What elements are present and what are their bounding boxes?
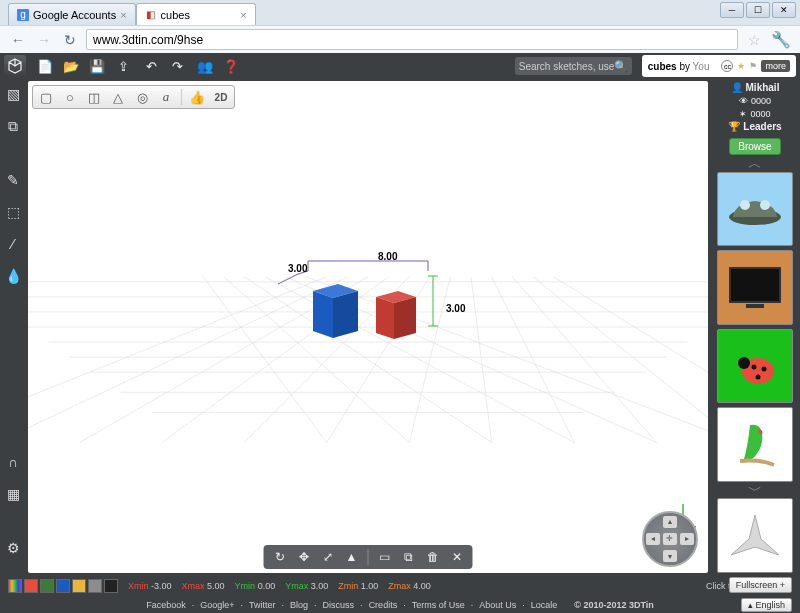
cancel-icon[interactable]: ✕ [449, 549, 465, 565]
cube-shape-icon[interactable]: ▢ [37, 88, 55, 106]
gallery-thumb-tv[interactable] [717, 250, 793, 325]
add-shape-icon[interactable]: ▧ [4, 85, 22, 103]
window-close-button[interactable]: ✕ [772, 2, 796, 18]
torus-shape-icon[interactable]: ◎ [133, 88, 151, 106]
scale-icon[interactable]: ⤢ [320, 549, 336, 565]
brush-icon[interactable]: ⁄ [4, 235, 22, 253]
settings-icon[interactable]: ⚙ [4, 539, 22, 557]
svg-line-14 [471, 277, 492, 443]
view-left-button[interactable]: ◂ [646, 533, 660, 545]
leaders-label[interactable]: Leaders [743, 120, 781, 134]
gallery-thumb-parrot[interactable] [717, 407, 793, 482]
back-button[interactable]: ← [8, 30, 28, 50]
more-button[interactable]: more [761, 60, 790, 72]
open-file-icon[interactable]: 📂 [62, 57, 80, 75]
gallery-thumb-car[interactable] [717, 172, 793, 247]
footer-link[interactable]: Twitter [249, 600, 276, 610]
tab-label: Google Accounts [33, 9, 116, 21]
select-rect-icon[interactable]: ⬚ [4, 203, 22, 221]
rotate-icon[interactable]: ↻ [272, 549, 288, 565]
app-logo-icon[interactable] [4, 55, 26, 77]
window-minimize-button[interactable]: ─ [720, 2, 744, 18]
view-right-button[interactable]: ▸ [680, 533, 694, 545]
move-icon[interactable]: ✥ [296, 549, 312, 565]
2d-toggle-button[interactable]: 2D [212, 88, 230, 106]
view-down-button[interactable]: ▾ [663, 550, 677, 562]
star-rating-icon[interactable]: ★ [737, 61, 745, 71]
footer-link[interactable]: Discuss [323, 600, 355, 610]
cylinder-shape-icon[interactable]: ◫ [85, 88, 103, 106]
url-input[interactable] [86, 29, 738, 50]
3d-viewport[interactable]: 3.00 8.00 3.00 [28, 81, 708, 573]
text-shape-icon[interactable]: a [157, 88, 175, 106]
red-cube[interactable] [366, 283, 422, 347]
window-maximize-button[interactable]: ☐ [746, 2, 770, 18]
grid-toggle-icon[interactable]: ▦ [4, 485, 22, 503]
sketch-title: cubes by You [648, 61, 710, 72]
cc-icon: cc [721, 60, 733, 72]
magnet-icon[interactable]: ∩ [4, 453, 22, 471]
color-swatch-black[interactable] [104, 579, 118, 593]
bookmark-star-icon[interactable]: ☆ [744, 30, 764, 50]
gallery-down-button[interactable]: ﹀ [748, 486, 762, 494]
rainbow-swatch[interactable] [8, 579, 22, 593]
tab-close-icon[interactable]: × [240, 9, 246, 21]
footer-link[interactable]: About Us [479, 600, 516, 610]
svg-marker-31 [376, 297, 394, 339]
svg-point-37 [740, 200, 750, 210]
3dtin-favicon-icon: ◧ [145, 9, 157, 21]
copyright-text: © 2010-2012 3DTin [574, 600, 654, 610]
reload-button[interactable]: ↻ [60, 30, 80, 50]
dimension-width: 3.00 [288, 263, 307, 274]
tab-bar: g Google Accounts × ◧ cubes × [0, 0, 800, 25]
pencil-icon[interactable]: ✎ [4, 171, 22, 189]
blue-cube[interactable] [303, 276, 363, 346]
users-icon[interactable]: 👥 [196, 57, 214, 75]
tab-close-icon[interactable]: × [120, 9, 126, 21]
thumbs-up-icon[interactable]: 👍 [188, 88, 206, 106]
help-icon[interactable]: ❓ [222, 57, 240, 75]
eyedropper-icon[interactable]: 💧 [4, 267, 22, 285]
redo-icon[interactable]: ↷ [168, 57, 186, 75]
gallery-up-button[interactable]: ︿ [748, 159, 762, 167]
browse-button[interactable]: Browse [729, 138, 780, 155]
color-swatch-green[interactable] [40, 579, 54, 593]
history-tools: ↶ ↷ [142, 57, 186, 75]
view-center-button[interactable]: ✛ [663, 533, 677, 545]
export-icon[interactable]: ⇪ [114, 57, 132, 75]
browser-tab-cubes[interactable]: ◧ cubes × [136, 3, 256, 25]
language-button[interactable]: ▴ English [741, 598, 792, 612]
search-icon[interactable]: 🔍 [614, 60, 628, 73]
forward-button[interactable]: → [34, 30, 54, 50]
save-icon[interactable]: 💾 [88, 57, 106, 75]
new-file-icon[interactable]: 📄 [36, 57, 54, 75]
fullscreen-button[interactable]: Fullscreen + [729, 577, 792, 593]
color-swatch-yellow[interactable] [72, 579, 86, 593]
trash-icon[interactable]: 🗑 [425, 549, 441, 565]
footer-link[interactable]: Locale [531, 600, 558, 610]
browser-tab-google-accounts[interactable]: g Google Accounts × [8, 3, 136, 25]
sphere-shape-icon[interactable]: ○ [61, 88, 79, 106]
gallery-thumb-ladybug[interactable] [717, 329, 793, 404]
color-swatch-gray[interactable] [88, 579, 102, 593]
search-input[interactable] [519, 58, 614, 74]
group-icon[interactable]: ▭ [377, 549, 393, 565]
footer-link[interactable]: Facebook [146, 600, 186, 610]
svg-point-44 [762, 367, 767, 372]
footer-link[interactable]: Terms of Use [412, 600, 465, 610]
undo-icon[interactable]: ↶ [142, 57, 160, 75]
flag-icon[interactable]: ⚑ [749, 61, 757, 71]
username[interactable]: Mikhail [746, 81, 780, 95]
copy-icon[interactable]: ⧉ [401, 549, 417, 565]
footer-link[interactable]: Credits [369, 600, 398, 610]
footer-link[interactable]: Blog [290, 600, 308, 610]
view-up-button[interactable]: ▴ [663, 516, 677, 528]
duplicate-icon[interactable]: ⧉ [4, 117, 22, 135]
settings-wrench-icon[interactable]: 🔧 [770, 30, 792, 50]
color-swatch-blue[interactable] [56, 579, 70, 593]
footer-link[interactable]: Google+ [200, 600, 234, 610]
cone-shape-icon[interactable]: △ [109, 88, 127, 106]
gallery-thumb-shuttle[interactable] [717, 498, 793, 573]
mirror-icon[interactable]: ▲ [344, 549, 360, 565]
color-swatch-red[interactable] [24, 579, 38, 593]
